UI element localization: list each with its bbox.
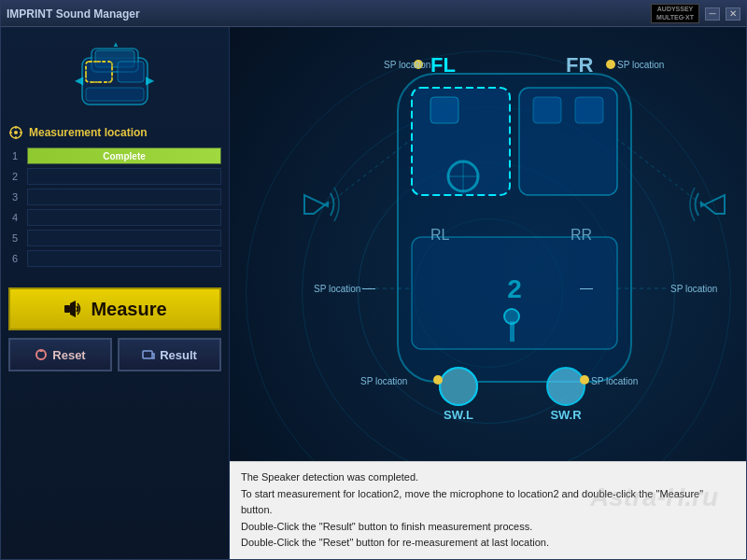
svg-text:FL: FL	[430, 55, 456, 77]
svg-text:SP location: SP location	[360, 376, 407, 386]
svg-text:◀: ◀	[75, 74, 84, 87]
info-line-1: The Speaker detection was completed.	[241, 469, 735, 486]
title-controls: AUDYSSEY MULTEG·XT ─ ✕	[651, 4, 740, 23]
svg-point-28	[504, 309, 519, 324]
location-bar-1: Complete	[27, 147, 221, 164]
svg-text:▶: ▶	[146, 74, 155, 87]
measurement-label: Measurement location	[8, 125, 221, 140]
location-bar-5	[27, 230, 221, 246]
svg-point-55	[580, 375, 589, 385]
audyssey-logo: AUDYSSEY MULTEG·XT	[651, 4, 699, 23]
close-button[interactable]: ✕	[726, 7, 740, 21]
measurement-section: Measurement location 1 Complete 2 3	[8, 125, 221, 271]
info-line-3: Double-Click the "Result" button to fini…	[241, 519, 735, 536]
svg-rect-24	[575, 97, 603, 123]
result-button[interactable]: Result	[118, 338, 221, 371]
svg-rect-3	[86, 62, 112, 82]
left-panel: ◀ ▶ ▲	[1, 27, 230, 559]
measure-button[interactable]: Measure	[8, 287, 221, 330]
svg-rect-18	[143, 351, 152, 358]
svg-rect-5	[86, 88, 144, 101]
minimize-button[interactable]: ─	[705, 7, 720, 21]
location-row-5: 5	[8, 230, 221, 246]
svg-text:2: 2	[507, 274, 522, 303]
svg-text:SP location: SP location	[384, 60, 430, 70]
svg-point-43	[606, 60, 615, 69]
info-line-4: Double-Click the "Reset" button for re-m…	[241, 535, 735, 552]
svg-text:RL: RL	[430, 227, 450, 243]
svg-rect-4	[118, 62, 144, 82]
svg-text:SP location: SP location	[314, 284, 360, 294]
location-bar-2	[27, 168, 221, 185]
svg-text:▲: ▲	[112, 40, 120, 49]
svg-text:SW.L: SW.L	[444, 408, 473, 422]
window-title: IMPRINT Sound Manager	[7, 7, 140, 21]
svg-text:SP location: SP location	[617, 60, 664, 70]
svg-point-34	[547, 368, 585, 405]
result-icon	[142, 348, 155, 361]
svg-point-53	[433, 375, 443, 385]
svg-text:RR: RR	[571, 227, 592, 243]
svg-text:SP location: SP location	[670, 284, 717, 294]
speaker-icon	[63, 299, 83, 319]
location-row-1: 1 Complete	[8, 147, 221, 164]
settings-icon	[8, 125, 23, 140]
info-line-2: To start measurement for location2, move…	[241, 486, 735, 519]
reset-icon	[35, 348, 48, 361]
reset-button-label: Reset	[52, 348, 85, 362]
location-row-3: 3	[8, 189, 221, 205]
location-row-4: 4	[8, 209, 221, 226]
app-container: IMPRINT Sound Manager AUDYSSEY MULTEG·XT…	[0, 0, 747, 560]
content-area: ◀ ▶ ▲	[1, 27, 746, 559]
location-bar-3	[27, 189, 221, 205]
svg-text:SW.R: SW.R	[550, 408, 582, 422]
measurement-section-label: Measurement location	[29, 126, 148, 139]
location-bar-text-1: Complete	[103, 151, 146, 161]
location-row-6: 6	[8, 250, 221, 267]
location-bar-4	[27, 209, 221, 226]
location-row-2: 2	[8, 168, 221, 185]
svg-point-11	[14, 131, 18, 134]
svg-rect-21	[430, 97, 458, 123]
car-icon: ◀ ▶ ▲	[73, 39, 157, 114]
svg-text:—: —	[362, 280, 375, 295]
car-icon-area: ◀ ▶ ▲	[8, 39, 221, 114]
svg-rect-23	[533, 97, 561, 123]
title-bar: IMPRINT Sound Manager AUDYSSEY MULTEG·XT…	[1, 1, 746, 27]
location-num-1: 1	[8, 150, 21, 161]
svg-rect-20	[412, 88, 510, 195]
location-bar-6	[27, 250, 221, 267]
svg-point-33	[440, 368, 477, 405]
svg-text:FR: FR	[566, 55, 593, 77]
action-row: Reset Result	[8, 338, 221, 371]
svg-text:—: —	[580, 280, 593, 295]
measure-button-label: Measure	[91, 299, 166, 320]
svg-rect-16	[64, 305, 70, 313]
right-panel: 2 SW.L SW.R	[230, 27, 746, 559]
svg-text:SP location: SP location	[591, 376, 638, 386]
reset-button[interactable]: Reset	[8, 338, 112, 371]
info-panel: The Speaker detection was completed. To …	[230, 461, 746, 559]
car-visualization: 2 SW.L SW.R	[276, 55, 746, 438]
result-button-label: Result	[160, 348, 197, 362]
